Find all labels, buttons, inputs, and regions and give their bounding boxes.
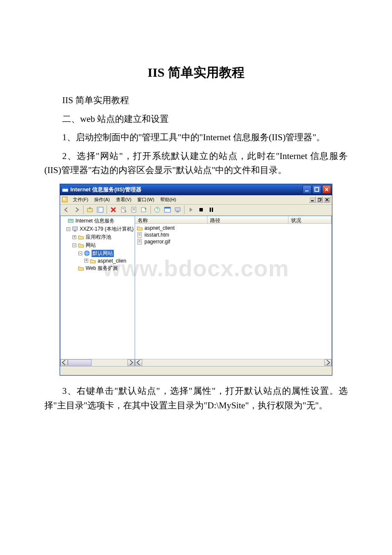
scroll-left-button[interactable] bbox=[135, 359, 142, 366]
play-button[interactable] bbox=[186, 205, 196, 214]
list-item-label: iisstart.htm bbox=[144, 232, 169, 238]
list-item[interactable]: aspnet_client bbox=[137, 225, 330, 231]
delete-button[interactable] bbox=[109, 205, 118, 214]
expand-icon[interactable]: + bbox=[84, 259, 88, 263]
maximize-button[interactable] bbox=[312, 185, 321, 194]
menu-file[interactable]: 文件(F) bbox=[70, 196, 91, 204]
mdi-minimize-button[interactable] bbox=[309, 197, 316, 202]
pause-button[interactable] bbox=[207, 205, 216, 214]
up-button[interactable] bbox=[85, 205, 95, 214]
iis-root-icon bbox=[67, 218, 74, 224]
svg-rect-5 bbox=[63, 198, 65, 199]
window-title: Internet 信息服务(IIS)管理器 bbox=[70, 186, 303, 194]
list-header[interactable]: 名称 路径 状况 bbox=[135, 216, 331, 224]
svg-rect-14 bbox=[122, 209, 124, 209]
back-button[interactable] bbox=[62, 205, 71, 214]
svg-rect-8 bbox=[318, 199, 320, 201]
para-2: 二、web 站点的建立和设置 bbox=[44, 112, 348, 127]
menu-help[interactable]: 帮助(H) bbox=[158, 196, 179, 204]
folder-icon bbox=[137, 225, 143, 231]
scroll-thumb[interactable] bbox=[68, 359, 92, 366]
tree-webext-label: Web 服务扩展 bbox=[86, 265, 118, 272]
svg-rect-9 bbox=[87, 208, 92, 212]
collapse-icon[interactable]: − bbox=[78, 251, 82, 255]
file-icon bbox=[137, 232, 143, 238]
list-item-label: aspnet_client bbox=[144, 225, 175, 231]
tree-webext[interactable]: Web 服务扩展 bbox=[61, 264, 135, 272]
connect-button[interactable] bbox=[163, 205, 172, 214]
col-name[interactable]: 名称 bbox=[135, 216, 208, 223]
folder-icon bbox=[78, 265, 84, 271]
tree[interactable]: Internet 信息服务 − XXZX-179 (本地计算机) + bbox=[61, 216, 135, 359]
svg-rect-29 bbox=[74, 231, 76, 231]
list-item[interactable]: pagerror.gif bbox=[137, 238, 330, 245]
help-button[interactable]: ? bbox=[153, 205, 162, 214]
expand-icon[interactable]: + bbox=[72, 235, 76, 239]
globe-icon bbox=[84, 250, 90, 256]
svg-rect-20 bbox=[164, 207, 170, 208]
scroll-left-button[interactable] bbox=[61, 359, 68, 366]
folder-icon bbox=[78, 234, 84, 240]
svg-rect-26 bbox=[68, 219, 73, 223]
svg-rect-13 bbox=[122, 208, 124, 208]
folder-icon bbox=[89, 258, 96, 264]
svg-text:?: ? bbox=[156, 208, 159, 212]
tree-computer[interactable]: − XXZX-179 (本地计算机) bbox=[61, 225, 135, 233]
export-list-button[interactable] bbox=[139, 205, 149, 214]
mmc-icon bbox=[61, 196, 69, 203]
menubar: 文件(F) 操作(A) 查看(V) 窗口(W) 帮助(H) bbox=[60, 195, 332, 205]
svg-rect-15 bbox=[132, 207, 136, 212]
list-scrollbar[interactable] bbox=[135, 359, 331, 366]
svg-rect-22 bbox=[176, 211, 179, 212]
menu-action[interactable]: 操作(A) bbox=[92, 196, 112, 204]
title-lat: IIS bbox=[147, 65, 164, 79]
page-title: IIS 简单实用教程 bbox=[44, 64, 348, 81]
properties-button[interactable] bbox=[119, 205, 128, 214]
scroll-track[interactable] bbox=[68, 359, 127, 366]
file-icon bbox=[137, 239, 143, 245]
tree-aspnet-client-label: aspnet_clien bbox=[98, 258, 126, 264]
tree-root-label: Internet 信息服务 bbox=[75, 217, 115, 225]
list-pane[interactable]: 名称 路径 状况 aspnet_client iisstart.htm bbox=[135, 216, 332, 367]
list-body[interactable]: aspnet_client iisstart.htm pagerror.gif bbox=[135, 224, 331, 359]
svg-rect-1 bbox=[62, 188, 68, 189]
col-status[interactable]: 状况 bbox=[288, 216, 331, 223]
collapse-icon[interactable]: − bbox=[72, 243, 76, 247]
refresh-button[interactable] bbox=[129, 205, 138, 214]
toolbar-separator bbox=[83, 205, 84, 214]
svg-rect-2 bbox=[305, 191, 308, 191]
computer-icon bbox=[72, 226, 78, 232]
svg-rect-24 bbox=[210, 208, 211, 212]
show-hide-console-tree-button[interactable] bbox=[95, 205, 105, 214]
collapse-icon[interactable]: − bbox=[66, 227, 70, 231]
minimize-button[interactable] bbox=[303, 185, 311, 194]
tree-scrollbar[interactable] bbox=[61, 359, 135, 366]
close-button[interactable] bbox=[322, 185, 331, 194]
menu-window[interactable]: 窗口(W) bbox=[135, 196, 157, 204]
svg-rect-3 bbox=[315, 188, 319, 191]
scroll-right-button[interactable] bbox=[127, 359, 135, 366]
stop-button[interactable] bbox=[196, 205, 206, 214]
tree-sites[interactable]: − 网站 bbox=[61, 241, 135, 249]
expander-none bbox=[62, 219, 66, 223]
tree-root[interactable]: Internet 信息服务 bbox=[61, 217, 135, 225]
svg-rect-11 bbox=[97, 207, 99, 212]
list-item[interactable]: iisstart.htm bbox=[137, 231, 330, 238]
tree-pane[interactable]: Internet 信息服务 − XXZX-179 (本地计算机) + bbox=[60, 216, 135, 367]
mdi-restore-button[interactable] bbox=[316, 197, 323, 202]
computer-icon[interactable] bbox=[173, 205, 182, 214]
tree-sites-label: 网站 bbox=[86, 242, 96, 249]
menu-view[interactable]: 查看(V) bbox=[113, 196, 134, 204]
mdi-close-button[interactable] bbox=[323, 197, 330, 202]
tree-aspnet-client[interactable]: + aspnet_clien bbox=[61, 257, 135, 264]
svg-rect-27 bbox=[69, 220, 72, 220]
forward-button[interactable] bbox=[72, 205, 81, 214]
titlebar[interactable]: Internet 信息服务(IIS)管理器 bbox=[60, 184, 332, 195]
scroll-right-button[interactable] bbox=[324, 359, 331, 366]
col-path[interactable]: 路径 bbox=[208, 216, 288, 223]
scroll-track[interactable] bbox=[142, 359, 324, 366]
toolbar: ? bbox=[60, 205, 332, 216]
tree-default-site[interactable]: − 默认网站 bbox=[61, 249, 135, 257]
list-item-label: pagerror.gif bbox=[144, 239, 170, 245]
tree-apppool[interactable]: + 应用程序池 bbox=[61, 233, 135, 241]
